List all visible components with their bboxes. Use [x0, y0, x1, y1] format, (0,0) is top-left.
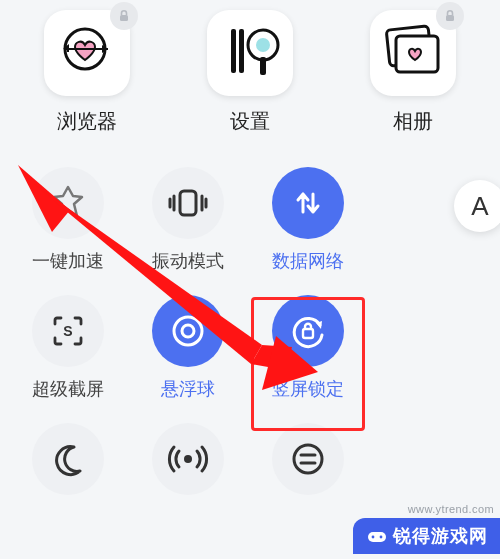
svg-text:S: S: [63, 323, 72, 339]
lock-icon: [436, 2, 464, 30]
lock-icon: [110, 2, 138, 30]
qs-screenshot[interactable]: S 超级截屏: [8, 295, 128, 401]
qs-vibrate-label: 振动模式: [152, 249, 224, 273]
qs-float[interactable]: 悬浮球: [128, 295, 248, 401]
app-gallery-label: 相册: [393, 108, 433, 135]
svg-point-7: [256, 38, 270, 52]
app-settings-label: 设置: [230, 108, 270, 135]
data-icon: [272, 167, 344, 239]
qs-rotation-lock-label: 竖屏锁定: [272, 377, 344, 401]
svg-rect-26: [368, 532, 386, 542]
svg-point-19: [294, 445, 322, 473]
svg-point-14: [174, 317, 202, 345]
app-settings[interactable]: 设置: [175, 10, 325, 135]
qs-screenshot-label: 超级截屏: [32, 377, 104, 401]
qs-data[interactable]: 数据网络: [248, 167, 368, 273]
svg-rect-17: [303, 329, 313, 338]
watermark-brand-text: 锐得游戏网: [393, 524, 488, 548]
qs-boost[interactable]: 一键加速: [8, 167, 128, 273]
qs-night[interactable]: [8, 423, 128, 495]
font-size-button[interactable]: A: [454, 180, 500, 232]
vibrate-icon: [152, 167, 224, 239]
gamepad-icon: [367, 526, 387, 546]
svg-point-28: [380, 536, 383, 539]
svg-rect-4: [231, 29, 236, 73]
screenshot-icon: S: [32, 295, 104, 367]
qs-boost-label: 一键加速: [32, 249, 104, 273]
svg-point-18: [184, 455, 192, 463]
app-browser[interactable]: 浏览器: [12, 10, 162, 135]
quick-settings: 一键加速 振动模式 数据网络 S 超级截屏 悬浮球: [0, 153, 500, 517]
svg-rect-5: [239, 29, 244, 73]
qs-row-2: S 超级截屏 悬浮球 竖屏锁定: [8, 295, 492, 423]
svg-point-15: [182, 325, 194, 337]
cutlery-icon: [218, 23, 282, 83]
boost-icon: [32, 167, 104, 239]
svg-rect-12: [180, 191, 196, 215]
qs-row-1: 一键加速 振动模式 数据网络: [8, 167, 492, 295]
qs-more[interactable]: [248, 423, 368, 495]
svg-rect-11: [446, 15, 454, 21]
hotspot-icon: [152, 423, 224, 495]
watermark: 锐得游戏网: [353, 513, 500, 559]
svg-rect-3: [120, 15, 128, 21]
moon-icon: [32, 423, 104, 495]
qs-hotspot[interactable]: [128, 423, 248, 495]
watermark-brand: 锐得游戏网: [353, 518, 500, 554]
menu-circle-icon: [272, 423, 344, 495]
rotation-lock-icon: [272, 295, 344, 367]
app-browser-icon-wrap: [44, 10, 130, 96]
app-settings-icon-wrap: [207, 10, 293, 96]
float-icon: [152, 295, 224, 367]
qs-data-label: 数据网络: [272, 249, 344, 273]
qs-float-label: 悬浮球: [161, 377, 215, 401]
heart-target-icon: [58, 22, 116, 84]
app-gallery[interactable]: 相册: [338, 10, 488, 135]
qs-rotation-lock[interactable]: 竖屏锁定: [248, 295, 368, 401]
svg-rect-8: [260, 57, 266, 75]
svg-point-27: [372, 536, 375, 539]
app-gallery-icon-wrap: [370, 10, 456, 96]
qs-vibrate[interactable]: 振动模式: [128, 167, 248, 273]
apps-row: 浏览器 设置: [0, 0, 500, 153]
photo-stack-icon: [382, 24, 444, 82]
app-browser-label: 浏览器: [57, 108, 117, 135]
